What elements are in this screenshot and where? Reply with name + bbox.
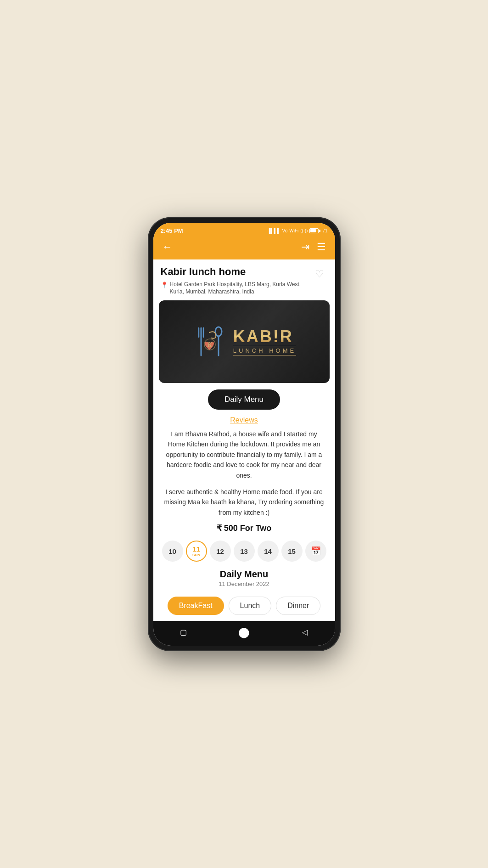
restaurant-name: Kabir lunch home [161,266,311,278]
svg-point-3 [215,327,222,336]
phone-screen: 2:45 PM ▐▌▌▌ Vo WiFi ((·)) 71 ← ⇥ ☰ [153,223,335,646]
address-text: Hotel Garden Park Hospitality, LBS Marg,… [170,281,311,296]
login-button[interactable]: ⇥ [301,241,309,253]
wifi-icon: WiFi [289,228,298,233]
tab-dinner[interactable]: Dinner [276,597,320,615]
back-button[interactable]: ← [163,241,173,253]
nav-bar: ← ⇥ ☰ [153,237,335,259]
tab-breakfast[interactable]: BreakFast [168,597,224,615]
calendar-picker-button[interactable]: 📅 [305,541,326,562]
date-number-14: 14 [264,547,272,555]
battery-percent: 71 [322,228,327,233]
nav-back-button[interactable]: ◁ [298,626,312,639]
content-area: Kabir lunch home 📍 Hotel Garden Park Hos… [153,259,335,621]
vo-icon: Vo [282,228,288,233]
restaurant-info: Kabir lunch home 📍 Hotel Garden Park Hos… [161,266,311,296]
price-text: ₹ 500 For Two [153,523,335,533]
kabir-logo-icon: K [192,323,229,360]
wifi-bars-icon: ((·)) [300,228,308,233]
location-pin-icon: 📍 [161,281,168,289]
status-time: 2:45 PM [161,227,183,234]
date-number-11: 11 [192,545,200,553]
date-item-10[interactable]: 10 [162,541,183,562]
date-item-15[interactable]: 15 [281,541,303,562]
svg-text:K: K [207,341,213,348]
date-number-10: 10 [168,547,176,555]
daily-menu-button[interactable]: Daily Menu [208,389,280,410]
logo-kabir-text: KAB!R [233,328,296,345]
nav-home-button[interactable]: ⬤ [237,626,251,639]
reviews-link[interactable]: Reviews [153,416,335,424]
status-icons: ▐▌▌▌ Vo WiFi ((·)) 71 [267,228,327,233]
calendar-icon: 📅 [311,546,321,556]
date-number-12: 12 [216,547,224,555]
logo-lunch-home-text: LUNCH HOME [233,346,296,355]
date-number-15: 15 [288,547,296,555]
menu-section-header: Daily Menu 11 December 2022 [153,569,335,587]
nav-right-actions: ⇥ ☰ [301,241,326,253]
date-item-11[interactable]: 11 SUN [186,541,207,562]
menu-section-title: Daily Menu [153,569,335,580]
meal-tabs: BreakFast Lunch Dinner [153,590,335,620]
menu-button[interactable]: ☰ [317,241,326,253]
bottom-nav: ▢ ⬤ ◁ [153,621,335,646]
date-item-14[interactable]: 14 [258,541,279,562]
signal-icon: ▐▌▌▌ [267,228,280,233]
date-item-13[interactable]: 13 [234,541,255,562]
menu-section-date: 11 December 2022 [153,581,335,587]
restaurant-address: 📍 Hotel Garden Park Hospitality, LBS Mar… [161,281,311,296]
favorite-button[interactable]: ♡ [311,266,328,282]
tab-lunch[interactable]: Lunch [229,597,272,615]
phone-frame: 2:45 PM ▐▌▌▌ Vo WiFi ((·)) 71 ← ⇥ ☰ [148,217,341,651]
date-item-12[interactable]: 12 [210,541,231,562]
status-bar: 2:45 PM ▐▌▌▌ Vo WiFi ((·)) 71 [153,223,335,237]
battery-icon [309,228,320,233]
description-text-2: I serve authentic & healthy Home made fo… [153,487,335,518]
logo-container: K KAB!R LUNCH HOME [192,323,296,360]
description-text-1: I am Bhavna Rathod, a house wife and I s… [153,429,335,480]
date-day-11: SUN [192,553,200,557]
nav-square-button[interactable]: ▢ [177,626,191,639]
restaurant-image: K KAB!R LUNCH HOME [159,300,330,383]
restaurant-header: Kabir lunch home 📍 Hotel Garden Park Hos… [153,259,335,301]
logo-text: KAB!R LUNCH HOME [233,328,296,355]
date-selector: 10 11 SUN 12 13 14 15 [153,541,335,562]
date-number-13: 13 [240,547,248,555]
